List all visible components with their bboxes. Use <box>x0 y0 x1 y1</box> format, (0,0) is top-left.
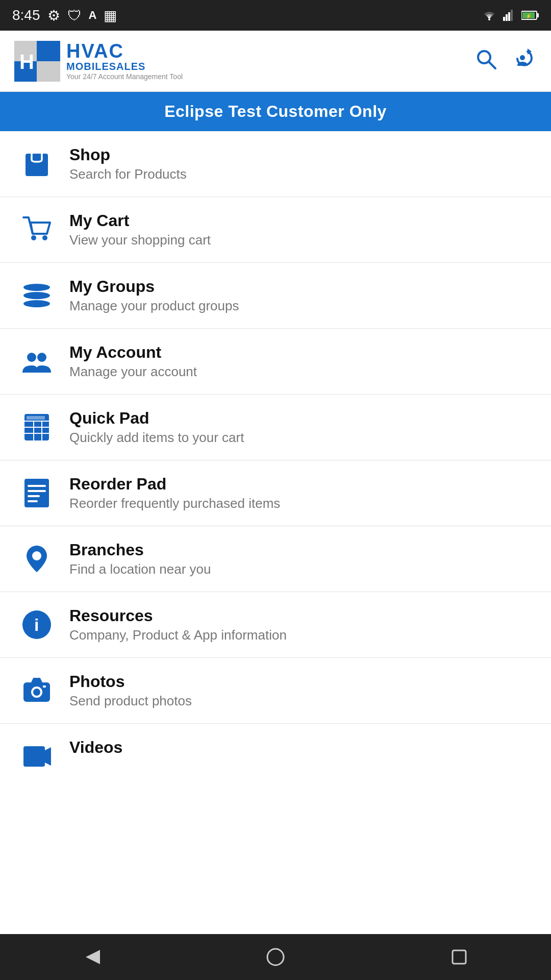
home-button[interactable] <box>250 939 301 975</box>
menu-item-shop[interactable]: Shop Search for Products <box>0 131 551 197</box>
svg-rect-46 <box>23 746 45 767</box>
cart-icon-wrap <box>16 214 57 245</box>
menu-item-videos[interactable]: Videos Watch product videos <box>0 724 551 780</box>
videos-title: Videos <box>69 738 196 757</box>
svg-rect-10 <box>37 41 60 61</box>
logo-area: H HVAC MOBILESALES Your 24/7 Account Man… <box>14 41 183 82</box>
account-subtitle: Manage your account <box>69 364 197 380</box>
account-icon <box>21 346 52 377</box>
svg-rect-34 <box>24 479 49 507</box>
groups-title: My Groups <box>69 277 239 296</box>
cart-title: My Cart <box>69 211 211 230</box>
menu-item-quickpad[interactable]: Quick Pad Quickly add items to your cart <box>0 395 551 460</box>
camera-icon <box>21 675 52 706</box>
svg-point-49 <box>267 949 284 965</box>
svg-text:⚡: ⚡ <box>525 13 532 19</box>
svg-point-25 <box>27 353 36 362</box>
banner-text: Eclipse Test Customer Only <box>164 102 387 120</box>
account-text: My Account Manage your account <box>69 343 197 380</box>
shop-text: Shop Search for Products <box>69 145 187 182</box>
account-title: My Account <box>69 343 197 362</box>
svg-text:i: i <box>34 615 39 634</box>
bottom-nav <box>0 934 551 980</box>
svg-rect-50 <box>453 950 466 964</box>
shop-icon <box>21 149 52 179</box>
quickpad-title: Quick Pad <box>69 409 244 428</box>
logo-mobile-text: MOBILESALES <box>66 61 183 72</box>
account-icon-wrap <box>16 346 57 377</box>
status-right: ⚡ <box>482 10 539 21</box>
account-banner: Eclipse Test Customer Only <box>0 92 551 131</box>
video-icon <box>21 741 52 772</box>
back-button[interactable] <box>66 939 117 975</box>
quickpad-text: Quick Pad Quickly add items to your cart <box>69 409 244 446</box>
status-time: 8:45 <box>12 7 40 23</box>
logo-tagline-text: Your 24/7 Account Management Tool <box>66 72 183 81</box>
hvac-logo-icon: H <box>14 41 60 82</box>
groups-subtitle: Manage your product groups <box>69 298 239 314</box>
refresh-user-icon[interactable] <box>511 47 537 75</box>
svg-rect-4 <box>511 10 513 21</box>
photos-text: Photos Send product photos <box>69 672 192 709</box>
photos-title: Photos <box>69 672 192 691</box>
photos-subtitle: Send product photos <box>69 693 192 709</box>
menu-item-cart[interactable]: My Cart View your shopping cart <box>0 197 551 263</box>
svg-text:H: H <box>19 51 34 73</box>
svg-point-23 <box>23 292 50 299</box>
svg-point-26 <box>37 353 46 362</box>
groups-text: My Groups Manage your product groups <box>69 277 239 314</box>
groups-icon <box>21 280 52 311</box>
svg-marker-48 <box>86 950 100 964</box>
quickpad-icon-wrap <box>16 412 57 443</box>
status-left: 8:45 ⚙ 🛡 A ▦ <box>12 7 117 24</box>
logo-text: HVAC MOBILESALES Your 24/7 Account Manag… <box>66 41 183 81</box>
branches-subtitle: Find a location near you <box>69 561 211 577</box>
menu-item-branches[interactable]: Branches Find a location near you <box>0 526 551 592</box>
menu-item-reorder[interactable]: Reorder Pad Reorder frequently purchased… <box>0 460 551 526</box>
cart-icon <box>21 214 52 245</box>
quickpad-subtitle: Quickly add items to your cart <box>69 430 244 446</box>
menu-item-resources[interactable]: i Resources Company, Product & App infor… <box>0 592 551 658</box>
font-icon: A <box>89 9 97 22</box>
header-icons <box>474 47 537 75</box>
reorder-icon <box>21 478 52 508</box>
shop-subtitle: Search for Products <box>69 166 187 182</box>
branches-title: Branches <box>69 541 211 559</box>
reorder-subtitle: Reorder frequently purchased items <box>69 496 280 511</box>
svg-line-15 <box>489 62 495 68</box>
svg-rect-45 <box>43 685 46 688</box>
menu-item-photos[interactable]: Photos Send product photos <box>0 658 551 724</box>
svg-rect-18 <box>26 154 48 176</box>
wifi-icon <box>482 10 497 21</box>
svg-point-20 <box>31 235 36 240</box>
svg-point-21 <box>42 235 47 240</box>
menu-item-groups[interactable]: My Groups Manage your product groups <box>0 263 551 329</box>
location-icon <box>21 544 52 574</box>
reorder-icon-wrap <box>16 478 57 508</box>
app-header: H HVAC MOBILESALES Your 24/7 Account Man… <box>0 31 551 92</box>
resources-subtitle: Company, Product & App information <box>69 627 287 643</box>
recent-apps-button[interactable] <box>434 939 485 975</box>
info-icon: i <box>21 609 52 640</box>
svg-point-24 <box>23 300 50 307</box>
videos-text: Videos Watch product videos <box>69 738 196 775</box>
svg-rect-12 <box>37 61 60 82</box>
branches-text: Branches Find a location near you <box>69 541 211 577</box>
cart-subtitle: View your shopping cart <box>69 232 211 248</box>
photos-icon-wrap <box>16 675 57 706</box>
logo-hvac-text: HVAC <box>66 41 183 61</box>
resources-text: Resources Company, Product & App informa… <box>69 606 287 643</box>
settings-icon: ⚙ <box>47 7 60 24</box>
shop-icon-wrap <box>16 149 57 179</box>
status-bar: 8:45 ⚙ 🛡 A ▦ ⚡ <box>0 0 551 31</box>
svg-point-0 <box>488 18 490 20</box>
videos-icon-wrap <box>16 741 57 772</box>
reorder-title: Reorder Pad <box>69 475 280 494</box>
svg-point-22 <box>23 284 50 291</box>
svg-rect-6 <box>537 13 539 17</box>
search-icon[interactable] <box>474 47 497 75</box>
svg-rect-3 <box>508 12 510 21</box>
quickpad-icon <box>21 412 52 443</box>
svg-point-39 <box>32 551 41 560</box>
menu-item-account[interactable]: My Account Manage your account <box>0 329 551 395</box>
